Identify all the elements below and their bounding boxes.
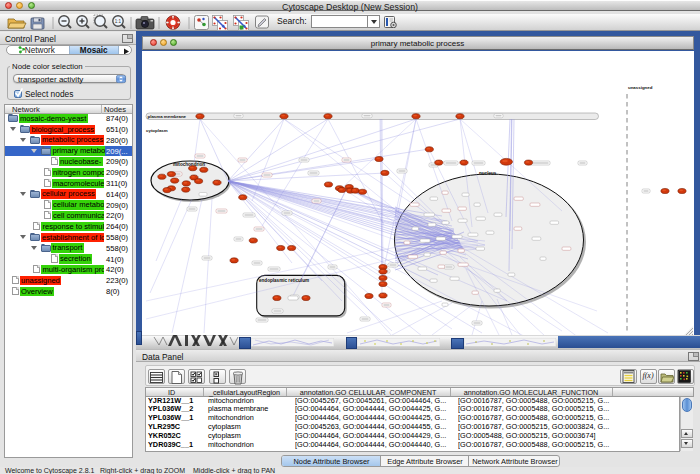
svg-text:unassigned: unassigned [628, 84, 653, 89]
svg-text:1:1: 1:1 [115, 19, 122, 24]
svg-text:mitochondrion: mitochondrion [173, 161, 205, 166]
svg-text:cytoplasm: cytoplasm [146, 127, 168, 132]
svg-text:endoplasmic reticulum: endoplasmic reticulum [259, 277, 309, 282]
svg-text:plasma membrane: plasma membrane [148, 114, 187, 119]
svg-text:nucleus: nucleus [479, 171, 497, 176]
